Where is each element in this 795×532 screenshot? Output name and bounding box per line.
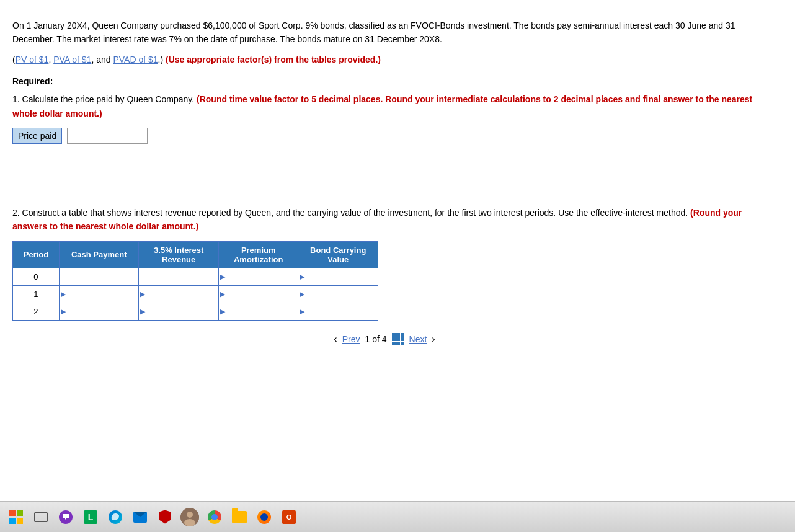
- tablet-mode-icon[interactable]: [30, 506, 52, 528]
- total-pages: 4: [382, 334, 387, 344]
- arrow-indicator-int-2: ▶: [140, 308, 145, 316]
- taskbar: L O: [0, 501, 795, 532]
- edge-logo: [109, 510, 122, 524]
- period-0: 0: [13, 268, 60, 285]
- mail-icon[interactable]: [129, 506, 151, 528]
- folder-icon[interactable]: [228, 506, 251, 528]
- of-word: of: [372, 334, 380, 344]
- l-app-icon[interactable]: L: [79, 506, 102, 528]
- col-header-period: Period: [13, 241, 60, 268]
- grid-view-icon[interactable]: [392, 333, 404, 345]
- carrying-1-cell: ▶: [298, 285, 378, 303]
- intro-paragraph: On 1 January 20X4, Queen Company purchas…: [12, 19, 757, 47]
- carrying-0-cell: ▶: [298, 268, 378, 285]
- col-header-cash: Cash Payment: [59, 241, 139, 268]
- interest-1-input[interactable]: [143, 288, 215, 300]
- period-2: 2: [13, 303, 60, 320]
- windows-start-button[interactable]: [5, 506, 27, 528]
- question1-text: 1. Calculate the price paid by Queen Com…: [12, 92, 757, 120]
- amort-2-cell: ▶: [218, 303, 298, 320]
- intro-links-line: (PV of $1, PVA of $1, and PVAD of $1.) (…: [12, 53, 757, 66]
- cash-0-cell: [59, 268, 139, 285]
- cash-0-input[interactable]: [63, 271, 135, 283]
- col-header-carrying: Bond Carrying Value: [298, 241, 378, 268]
- interest-0-cell: [139, 268, 219, 285]
- carrying-2-cell: ▶: [298, 303, 378, 320]
- amort-0-input[interactable]: [223, 271, 295, 283]
- amort-1-input[interactable]: [223, 288, 295, 300]
- price-paid-label: Price paid: [12, 128, 62, 144]
- avatar-button[interactable]: [179, 506, 201, 528]
- carrying-0-input[interactable]: [302, 271, 374, 283]
- svg-point-2: [184, 519, 195, 526]
- green-l-icon: L: [84, 510, 97, 524]
- cash-2-input[interactable]: [63, 306, 135, 317]
- arrow-indicator-amort-1: ▶: [220, 290, 225, 298]
- interest-2-input[interactable]: [143, 306, 215, 317]
- intro-comma1: ,: [48, 55, 53, 64]
- price-paid-row: Price paid: [12, 128, 757, 144]
- chrome-logo: [208, 510, 221, 524]
- carrying-2-input[interactable]: [302, 306, 374, 317]
- chat-icon[interactable]: [55, 506, 77, 528]
- interest-0-input[interactable]: [143, 271, 215, 283]
- intro-text-part1: On 1 January 20X4, Queen Company purchas…: [12, 20, 735, 44]
- arrow-indicator-carrying-1: ▶: [300, 290, 304, 298]
- firefox-icon[interactable]: [253, 506, 275, 528]
- folder-shape: [232, 511, 247, 523]
- shield-icon[interactable]: [154, 506, 176, 528]
- chrome-icon[interactable]: [203, 506, 226, 528]
- office-logo: O: [282, 510, 296, 524]
- intro-comma2: , and: [91, 55, 113, 64]
- link-pva[interactable]: PVA of $1: [53, 55, 91, 64]
- required-label: Required:: [12, 76, 757, 86]
- office-icon[interactable]: O: [278, 506, 300, 528]
- intro-paren-close: .): [158, 55, 166, 64]
- page-info: 1 of 4: [365, 334, 386, 344]
- arrow-indicator-amort-2: ▶: [220, 308, 225, 316]
- next-arrow-icon[interactable]: ›: [432, 334, 435, 345]
- amort-2-input[interactable]: [223, 306, 295, 317]
- question2-text: 2. Construct a table that shows interest…: [12, 206, 757, 234]
- arrow-indicator-cash-1: ▶: [61, 290, 66, 298]
- pagination-bar: ‹ Prev 1 of 4 Next ›: [12, 333, 757, 345]
- amort-0-cell: ▶: [218, 268, 298, 285]
- svg-point-1: [187, 512, 193, 518]
- cash-2-cell: ▶: [59, 303, 139, 320]
- interest-1-cell: ▶: [139, 285, 219, 303]
- amort-1-cell: ▶: [218, 285, 298, 303]
- cash-1-cell: ▶: [59, 285, 139, 303]
- carrying-1-input[interactable]: [302, 288, 374, 300]
- arrow-indicator-0: ▶: [220, 273, 225, 281]
- arrow-indicator-cash-2: ▶: [61, 308, 66, 316]
- col-header-interest: 3.5% Interest Revenue: [139, 241, 219, 268]
- table-row: 2 ▶ ▶ ▶ ▶: [13, 303, 378, 320]
- price-paid-input[interactable]: [67, 128, 148, 144]
- period-1: 1: [13, 285, 60, 303]
- link-pvad[interactable]: PVAD of $1: [113, 55, 158, 64]
- col-header-amort: Premium Amortization: [218, 241, 298, 268]
- table-instruction: (Use appropriate factor(s) from the tabl…: [166, 55, 381, 64]
- interest-2-cell: ▶: [139, 303, 219, 320]
- amortization-table: Period Cash Payment 3.5% Interest Revenu…: [12, 241, 378, 321]
- arrow-indicator-int-1: ▶: [140, 290, 145, 298]
- link-pv[interactable]: PV of $1: [16, 55, 49, 64]
- q1-text: 1. Calculate the price paid by Queen Com…: [12, 94, 194, 104]
- table-row: 0 ▶ ▶: [13, 268, 378, 285]
- table-row: 1 ▶ ▶ ▶ ▶: [13, 285, 378, 303]
- cash-1-input[interactable]: [63, 288, 135, 300]
- arrow-indicator-carrying-0: ▶: [300, 273, 304, 281]
- prev-button[interactable]: Prev: [342, 334, 360, 344]
- current-page: 1: [365, 334, 370, 344]
- prev-arrow-icon[interactable]: ‹: [334, 334, 337, 345]
- next-button[interactable]: Next: [409, 334, 427, 344]
- arrow-indicator-carrying-2: ▶: [300, 308, 304, 316]
- user-avatar: [180, 508, 199, 526]
- q2-text: 2. Construct a table that shows interest…: [12, 208, 688, 218]
- edge-icon[interactable]: [104, 506, 127, 528]
